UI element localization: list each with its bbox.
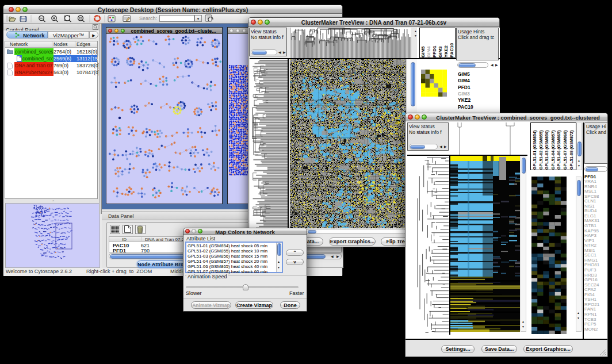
svg-text:GIM5: GIM5 xyxy=(420,46,426,58)
svg-text:GPL51-08 (GSM872): GPL51-08 (GSM872) xyxy=(569,130,574,170)
svg-text:YKE2: YKE2 xyxy=(443,45,449,58)
svg-text:GPL51-06 (GSM865): GPL51-06 (GSM865) xyxy=(556,130,561,170)
svg-text:GPL51-01 (GSM854): GPL51-01 (GSM854) xyxy=(532,130,537,170)
svg-text:GPL51-02 (GSM855): GPL51-02 (GSM855) xyxy=(538,130,544,170)
svg-text:PAC10: PAC10 xyxy=(449,43,454,58)
svg-text:GPL51-04 (GSM857): GPL51-04 (GSM857) xyxy=(550,130,556,170)
svg-text:GPL51-03 (GSM856): GPL51-03 (GSM856) xyxy=(544,130,549,170)
svg-text:GIM4: GIM4 xyxy=(426,46,431,58)
svg-text:GPL51-07 (GSM868): GPL51-07 (GSM868) xyxy=(563,130,568,170)
svg-text:PFD1: PFD1 xyxy=(432,45,437,58)
svg-text:GIM3: GIM3 xyxy=(438,46,443,58)
